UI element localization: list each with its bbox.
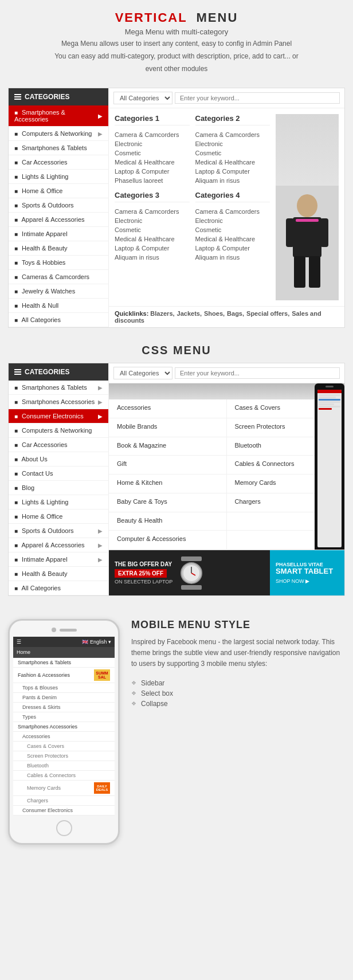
submenu-col1-2[interactable]: Book & Magazine	[109, 437, 227, 456]
category-select[interactable]: All Categories	[113, 92, 172, 104]
css-sidebar-item-11[interactable]: ■ Apparel & Accessories▶	[9, 538, 108, 552]
vertical-sidebar-item-0[interactable]: ■ Smartphones & Accessories▶	[9, 105, 108, 127]
cat3-item-3[interactable]: Medical & Healthcare	[115, 234, 190, 244]
cat1-item-3[interactable]: Medical & Healthcare	[115, 158, 190, 167]
cat4-item-1[interactable]: Electronic	[195, 216, 270, 225]
css-sidebar-item-13[interactable]: ■ Health & Beauty	[9, 567, 108, 581]
submenu-col1-6[interactable]: Beauty & Health	[109, 512, 227, 531]
vertical-sidebar-item-14[interactable]: ■ All Categories	[9, 313, 108, 327]
banner-area: THE BIG OFFER DAY EXTRA 25% OFF ON SELEC…	[109, 550, 344, 595]
sidebar-item-label-1: ■ Computers & Networking	[14, 130, 92, 137]
css-sidebar-label-13: ■ Health & Beauty	[14, 570, 68, 577]
vertical-sidebar-item-5[interactable]: ■ Home & Office	[9, 184, 108, 198]
submenu-col1-0[interactable]: Accessories	[109, 399, 227, 418]
phone-nav-fashion: Fashion & Accessories SUMMSAL	[13, 668, 115, 683]
css-category-select[interactable]: All Categories	[113, 367, 172, 379]
vertical-sidebar-item-13[interactable]: ■ Health & Null	[9, 299, 108, 313]
cat4-item-2[interactable]: Cosmetic	[195, 225, 270, 234]
cat1-item-5[interactable]: Phasellus laoreet	[115, 176, 190, 185]
sidebar-item-label-13: ■ Health & Null	[14, 302, 58, 309]
cat3-item-0[interactable]: Camera & Camcorders	[115, 207, 190, 216]
submenu-col1-3[interactable]: Gift	[109, 456, 227, 475]
phone-top	[13, 628, 115, 632]
offer-badge: EXTRA 25% OFF	[115, 569, 167, 578]
quicklink-1[interactable]: Jackets,	[177, 310, 202, 317]
vertical-sidebar-item-3[interactable]: ■ Car Accessories	[9, 155, 108, 170]
css-sidebar-item-9[interactable]: ■ Home & Office	[9, 509, 108, 524]
svg-rect-2	[293, 217, 321, 257]
cat2-item-5[interactable]: Aliquam in risus	[195, 176, 270, 185]
css-sidebar-item-0[interactable]: ■ Smartphones & Tablets▶	[9, 381, 108, 395]
css-arrow-12: ▶	[98, 556, 103, 563]
css-sidebar-item-1[interactable]: ■ Smartphones Accessories▶	[9, 395, 108, 409]
css-search-input[interactable]	[175, 367, 340, 379]
css-sidebar-item-12[interactable]: ■ Intimate Apparel▶	[9, 552, 108, 567]
submenu-col1-1[interactable]: Mobile Brands	[109, 418, 227, 437]
cat3-item-5[interactable]: Aliquam in risus	[115, 253, 190, 262]
phone-nav-logo: ☰	[17, 639, 21, 645]
submenu-col1-4[interactable]: Home & Kitchen	[109, 475, 227, 493]
vertical-sidebar-item-6[interactable]: ■ Sports & Outdoors	[9, 198, 108, 213]
css-sidebar-item-2[interactable]: ■ Consumer Electronics▶	[9, 409, 108, 424]
arrow-icon-0: ▶	[98, 113, 103, 119]
cat2-item-1[interactable]: Electronic	[195, 139, 270, 148]
phone-nav-memory: Memory Cards DAILYDEALS	[13, 781, 115, 796]
vertical-sidebar-item-12[interactable]: ■ Jewelry & Watches	[9, 284, 108, 299]
mobile-text-content: MOBILE MENU STYLE Inspired by Facebook m…	[131, 619, 345, 709]
cat3-item-4[interactable]: Laptop & Computer	[115, 244, 190, 253]
cat4-item-0[interactable]: Camera & Camcorders	[195, 207, 270, 216]
css-sidebar-item-4[interactable]: ■ Car Accessories	[9, 438, 108, 452]
cat1-item-1[interactable]: Electronic	[115, 139, 190, 148]
submenu-col1-7[interactable]: Computer & Accessories	[109, 531, 227, 550]
css-sidebar-item-10[interactable]: ■ Sports & Outdoors▶	[9, 524, 108, 538]
css-sidebar-item-5[interactable]: ■ About Us	[9, 452, 108, 467]
submenu-col1-5[interactable]: Baby Care & Toys	[109, 493, 227, 512]
title-highlight: VERTICAL	[115, 10, 187, 25]
vertical-sidebar-item-4[interactable]: ■ Lights & Lighting	[9, 170, 108, 184]
css-sidebar-header: CATEGORIES	[9, 363, 108, 381]
quicklink-3[interactable]: Bags,	[227, 310, 244, 317]
css-sidebar-item-8[interactable]: ■ Lights & Lighting	[9, 495, 108, 509]
phone-nav-header: ☰ 🇬🇧 English ▾	[13, 637, 115, 647]
cat1-item-4[interactable]: Laptop & Computer	[115, 167, 190, 176]
css-arrow-1: ▶	[98, 399, 103, 405]
cat4-item-3[interactable]: Medical & Healthcare	[195, 234, 270, 244]
search-input[interactable]	[175, 92, 340, 104]
vertical-sidebar-item-10[interactable]: ■ Toys & Hobbies	[9, 256, 108, 270]
cat4-item-5[interactable]: Aliquam in risus	[195, 253, 270, 262]
cat2-item-0[interactable]: Camera & Camcorders	[195, 130, 270, 139]
quicklink-2[interactable]: Shoes,	[204, 310, 225, 317]
cat4-item-4[interactable]: Laptop & Computer	[195, 244, 270, 253]
css-sidebar-item-3[interactable]: ■ Computers & Networking	[9, 424, 108, 438]
cat3-item-2[interactable]: Cosmetic	[115, 225, 190, 234]
cat2-item-4[interactable]: Laptop & Computer	[195, 167, 270, 176]
phone-screen-small	[317, 390, 342, 547]
cat2-item-3[interactable]: Medical & Healthcare	[195, 158, 270, 167]
mobile-style-selectbox: Select box	[131, 688, 345, 699]
cat4-title: Categories 4	[195, 191, 270, 202]
css-sidebar-item-7[interactable]: ■ Blog	[9, 481, 108, 495]
shop-now-link[interactable]: SHOP NOW	[276, 578, 309, 584]
quicklink-0[interactable]: Blazers,	[150, 310, 174, 317]
phone-home-button[interactable]	[56, 820, 72, 836]
css-sidebar-item-6[interactable]: ■ Contact Us	[9, 467, 108, 481]
css-sidebar-label-5: ■ About Us	[14, 456, 48, 462]
sidebar-item-label-2: ■ Smartphones & Tablets	[14, 144, 87, 151]
cat2-item-2[interactable]: Cosmetic	[195, 148, 270, 158]
cat1-item-0[interactable]: Camera & Camcorders	[115, 130, 190, 139]
vertical-sidebar-item-2[interactable]: ■ Smartphones & Tablets	[9, 141, 108, 155]
vertical-sidebar-item-9[interactable]: ■ Health & Beauty	[9, 241, 108, 256]
css-sidebar-label-4: ■ Car Accessories	[14, 441, 68, 448]
header-desc2: You can easy add multi-category, product…	[11, 51, 342, 61]
css-sidebar-label-6: ■ Contact Us	[14, 470, 53, 477]
mobile-menu-desc: Inspired by Facebook menu - the largest …	[131, 637, 345, 670]
vertical-sidebar-item-8[interactable]: ■ Intimate Apparel	[9, 227, 108, 241]
vertical-sidebar-item-11[interactable]: ■ Cameras & Camcorders	[9, 270, 108, 284]
css-arrow-2: ▶	[98, 413, 103, 420]
quicklink-4[interactable]: Special offers,	[246, 310, 289, 317]
cat3-item-1[interactable]: Electronic	[115, 216, 190, 225]
cat1-item-2[interactable]: Cosmetic	[115, 148, 190, 158]
vertical-sidebar-item-7[interactable]: ■ Apparel & Accessories	[9, 213, 108, 227]
css-sidebar-item-14[interactable]: ■ All Categories	[9, 581, 108, 595]
vertical-sidebar-item-1[interactable]: ■ Computers & Networking▶	[9, 127, 108, 141]
